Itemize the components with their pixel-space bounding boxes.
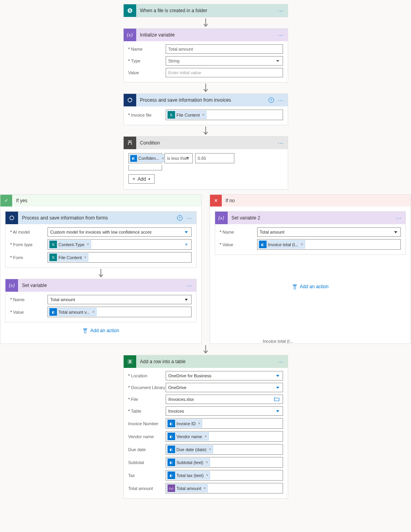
excel-field-label: Tax <box>128 473 166 478</box>
excel-field-label: Table <box>128 409 166 413</box>
init-variable-header[interactable]: {x} Initialize variable ··· <box>124 29 288 41</box>
set-variable-2-title: Set variable 2 <box>228 215 395 221</box>
sharepoint-icon: S <box>124 4 136 17</box>
excel-field-label: Vendor name <box>128 434 166 439</box>
add-action-button[interactable]: Add an action <box>215 278 406 295</box>
help-icon[interactable]: ? <box>177 215 183 221</box>
set-variable-2-header[interactable]: {x} Set variable 2 ··· <box>215 212 406 224</box>
remove-token-icon[interactable]: × <box>92 310 95 314</box>
sharepoint-token-icon: S <box>49 241 57 248</box>
folder-icon[interactable] <box>274 397 279 402</box>
confidence-token[interactable]: ◐ Confiden... × <box>130 154 166 162</box>
close-icon: ✕ <box>210 195 222 207</box>
variable-icon: {x} <box>5 279 18 292</box>
excel-token[interactable]: ◐Total tax (text)× <box>167 471 210 479</box>
ai-model-select[interactable]: Custom model for invoices with low confi… <box>47 227 192 237</box>
excel-select[interactable]: Invoices <box>166 406 283 416</box>
token-icon: ◐ <box>168 420 175 427</box>
trigger-title: When a file is created in a folder <box>136 8 277 13</box>
name-label: Name <box>10 297 47 302</box>
form-type-input[interactable]: S Content-Type × × <box>47 239 192 250</box>
set-variable-header[interactable]: {x} Set variable ··· <box>5 279 196 292</box>
more-icon[interactable]: ··· <box>395 215 402 221</box>
remove-token-icon[interactable]: × <box>198 421 200 426</box>
check-icon: ✓ <box>0 195 12 207</box>
invoice-file-input[interactable]: S File Content × <box>166 110 283 120</box>
excel-token-input[interactable]: ◐Vendor name× <box>166 431 283 442</box>
condition-operator[interactable]: is less than <box>164 153 193 163</box>
variable-icon: {x} <box>124 29 136 41</box>
file-content-token[interactable]: S File Content × <box>49 253 88 261</box>
more-icon[interactable]: ··· <box>277 7 285 14</box>
excel-field-label: Location <box>128 373 166 378</box>
content-type-token[interactable]: S Content-Type × <box>49 240 91 249</box>
help-icon[interactable]: ? <box>269 97 274 103</box>
remove-token-icon[interactable]: × <box>202 113 205 117</box>
type-label: Type <box>128 59 166 63</box>
excel-token-input[interactable]: ◐Total tax (text)× <box>166 470 283 481</box>
remove-token-icon[interactable]: × <box>162 156 164 161</box>
value-input[interactable]: ◐ Invoice total (t... × <box>257 239 401 250</box>
value-input[interactable]: ◐ Total amount v... × <box>47 307 192 317</box>
more-icon[interactable]: ··· <box>277 97 285 103</box>
name-input[interactable]: Total amount <box>166 44 283 54</box>
excel-token-input[interactable]: ◐Invoice ID× <box>166 418 283 429</box>
total-amount-token[interactable]: ◐ Total amount v... × <box>49 308 97 316</box>
excel-token-input[interactable]: {x}Total amount× <box>166 483 283 494</box>
excel-token[interactable]: ◐Vendor name× <box>167 432 209 441</box>
type-select[interactable]: String <box>166 56 283 66</box>
excel-select[interactable]: OneDrive <box>166 383 283 392</box>
remove-token-icon[interactable]: × <box>206 460 208 464</box>
excel-field-label: Invoice Number <box>128 421 166 426</box>
excel-token[interactable]: ◐Due date (date)× <box>167 445 213 453</box>
excel-token[interactable]: ◐Invoice ID× <box>167 419 203 428</box>
arrow-down-icon <box>123 125 288 136</box>
remove-token-icon[interactable]: × <box>301 242 303 247</box>
clear-icon[interactable]: × <box>185 241 188 247</box>
ai-model-label: AI model <box>10 230 47 234</box>
name-select[interactable]: Total amount <box>47 295 192 304</box>
more-icon[interactable]: ··· <box>186 215 193 221</box>
add-action-icon <box>82 328 88 333</box>
file-content-token[interactable]: S File Content × <box>167 111 206 119</box>
remove-token-icon[interactable]: × <box>87 242 89 247</box>
process-invoices-title: Process and save information from invoic… <box>136 97 269 103</box>
excel-select[interactable]: OneDrive for Business <box>166 371 283 380</box>
form-input[interactable]: S File Content × <box>47 252 192 263</box>
condition-operand-extra[interactable] <box>128 165 162 170</box>
add-row-header[interactable]: X Add a row into a table ··· <box>124 355 288 368</box>
svg-rect-5 <box>84 330 86 333</box>
condition-left-operand[interactable]: ◐ Confiden... × <box>128 153 162 163</box>
excel-file-input[interactable]: /Invoices.xlsx <box>166 395 283 404</box>
add-condition-button[interactable]: + Add ▾ <box>128 174 155 184</box>
trigger-header[interactable]: S When a file is created in a folder ··· <box>124 4 288 17</box>
name-select[interactable]: Total amount <box>257 227 401 237</box>
token-icon: ◐ <box>168 433 175 440</box>
remove-token-icon[interactable]: × <box>206 473 208 477</box>
remove-token-icon[interactable]: × <box>84 255 86 260</box>
excel-token-input[interactable]: ◐Due date (date)× <box>166 444 283 455</box>
more-icon[interactable]: ··· <box>277 358 285 365</box>
ai-builder-icon <box>5 212 18 224</box>
remove-token-icon[interactable]: × <box>203 486 206 490</box>
excel-token[interactable]: {x}Total amount× <box>167 484 208 492</box>
excel-token-input[interactable]: ◐Subtotal (text)× <box>166 457 283 468</box>
condition-value[interactable]: 0.65 <box>195 153 234 163</box>
invoice-file-label: Invoice file <box>128 113 166 117</box>
if-no-branch: ✕ If no {x} Set variable 2 ··· Name Tota… <box>210 194 411 344</box>
add-action-button[interactable]: Add an action <box>5 322 197 339</box>
invoice-total-token[interactable]: ◐ Invoice total (t... × <box>258 240 305 249</box>
value-input[interactable]: Enter initial value <box>166 68 283 77</box>
excel-token[interactable]: ◐Subtotal (text)× <box>167 458 210 466</box>
more-icon[interactable]: ··· <box>186 282 193 289</box>
process-invoices-header[interactable]: Process and save information from invoic… <box>124 94 288 106</box>
process-invoices-card: Process and save information from invoic… <box>123 93 288 125</box>
remove-token-icon[interactable]: × <box>205 434 207 439</box>
remove-token-icon[interactable]: × <box>209 447 211 452</box>
more-icon[interactable]: ··· <box>277 140 285 146</box>
more-icon[interactable]: ··· <box>277 32 285 38</box>
token-icon: ◐ <box>168 446 175 453</box>
process-forms-header[interactable]: Process and save information from forms … <box>5 212 196 224</box>
name-label: Name <box>220 230 257 234</box>
condition-header[interactable]: Condition ··· <box>124 137 288 149</box>
